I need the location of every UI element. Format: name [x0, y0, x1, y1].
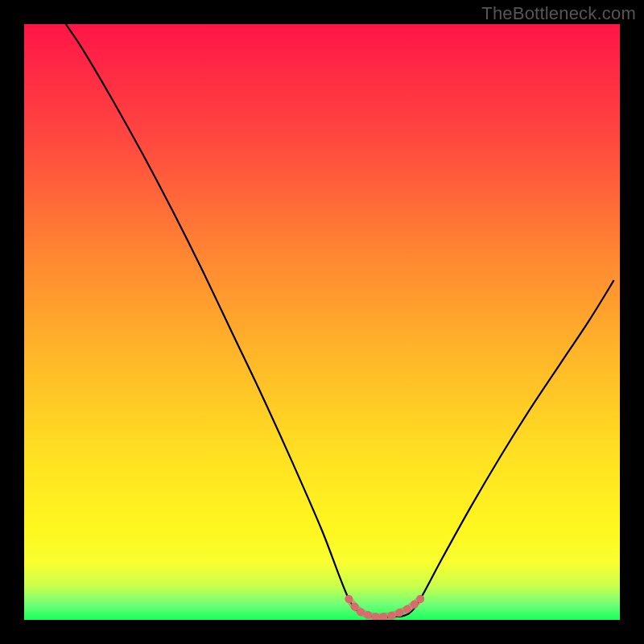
watermark-text: TheBottleneck.com [481, 3, 636, 24]
optimal-dot [416, 595, 424, 603]
optimal-dot [357, 608, 365, 616]
page-root: TheBottleneck.com [0, 0, 644, 644]
chart-container [24, 24, 620, 620]
optimal-dot [364, 611, 372, 619]
optimal-dot [395, 609, 403, 617]
bottleneck-chart [24, 24, 620, 620]
optimal-dot [351, 603, 359, 611]
optimal-dot [411, 601, 419, 609]
optimal-dot [403, 605, 411, 613]
optimal-dot [345, 595, 353, 603]
optimal-dot [388, 612, 396, 620]
